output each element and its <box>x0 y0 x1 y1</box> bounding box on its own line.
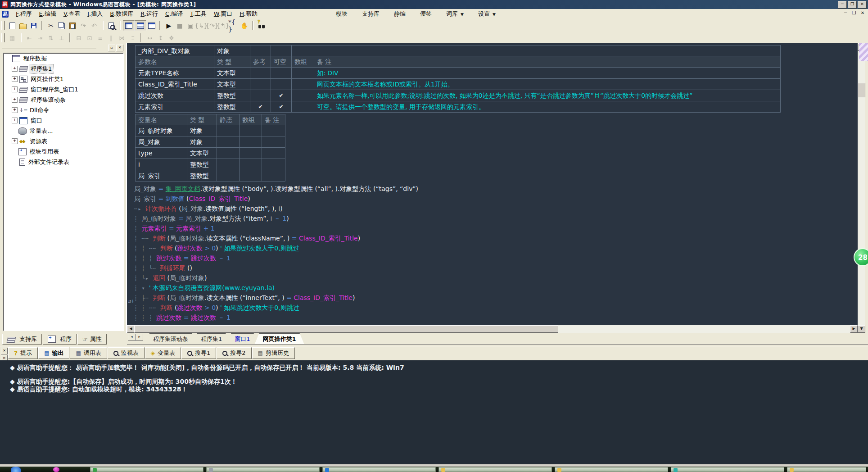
param-row-元素TYPE名称[interactable]: 元素TYPE名称文本型如: DIV <box>135 68 781 79</box>
code-editor[interactable]: _内部_DIV_取对象对象参数名类 型参考可空数组备 注元素TYPE名称文本型如… <box>127 43 858 325</box>
code-line-3[interactable]: ╌▸ 计次循环首 (局_对象.读数值属性 (“length”, ), i) <box>134 204 418 213</box>
var-row-i[interactable]: i整数型 <box>135 159 285 170</box>
redo-button[interactable]: ↷ <box>78 21 89 31</box>
tree-item-窗口程序集_窗口1[interactable]: +窗口程序集_窗口1 <box>4 84 123 95</box>
menu-窗口[interactable]: W.窗口 <box>210 9 236 19</box>
mdi-minimize-button[interactable]: ─ <box>842 10 849 17</box>
taskbar-button-4[interactable] <box>206 467 320 472</box>
doc-tab-窗口1[interactable]: 窗口1 <box>226 333 258 344</box>
menu-查看[interactable]: V.查看 <box>60 9 84 19</box>
menu-工具[interactable]: T.工具 <box>186 9 210 19</box>
taskbar-button-6[interactable] <box>439 467 552 472</box>
plugin-menu-模块[interactable]: 模块 <box>329 9 355 19</box>
layout-left-button[interactable] <box>123 20 135 31</box>
same-size-tool[interactable]: ✥ <box>166 34 177 42</box>
add-right-tool[interactable]: ⇥ <box>35 34 45 42</box>
scroll-right-button[interactable]: ▶ <box>850 325 858 333</box>
output-tab-搜寻1[interactable]: 搜寻1 <box>181 347 216 359</box>
taskbar-button-8[interactable] <box>671 467 784 472</box>
menu-插入[interactable]: I.插入 <box>84 9 106 19</box>
code-line-9[interactable]: ┊ ┊ └╌ 到循环尾 () <box>134 263 418 273</box>
toolbar-grip[interactable] <box>1 21 5 30</box>
tree-item-常量表...[interactable]: 常量表... <box>4 126 123 136</box>
output-tab-搜寻2[interactable]: 搜寻2 <box>217 347 251 359</box>
code-line-10[interactable]: ┊ └▸ 返回 (局_临时对象) <box>134 273 418 283</box>
tree-item-网页操作类1[interactable]: +网页操作类1 <box>4 74 123 84</box>
move-up-tool[interactable]: ⇅ <box>45 34 56 42</box>
taskbar-button-3[interactable] <box>90 467 203 472</box>
param-row-Class_ID_索引_Title[interactable]: Class_ID_索引_Title文本型网页文本框的文本框名称或ID或索引。从1… <box>135 79 781 90</box>
panel-drag-grip[interactable] <box>2 47 96 49</box>
save-button[interactable] <box>28 21 39 31</box>
space-vert-tool[interactable]: Ξ <box>127 34 138 42</box>
windows-taskbar[interactable] <box>0 467 868 472</box>
expander-icon[interactable]: + <box>12 107 18 113</box>
expander-icon[interactable]: + <box>12 86 18 92</box>
menu-帮助[interactable]: H.帮助 <box>236 9 261 19</box>
panel-tab-支持库[interactable]: 支持库 <box>2 334 42 345</box>
form-grid-toggle[interactable]: ▦ <box>7 34 18 42</box>
doc-tab-网页操作类1[interactable]: 网页操作类1 <box>255 333 304 344</box>
taskbar-button-9[interactable] <box>787 467 866 472</box>
var-row-局_对象[interactable]: 局_对象对象 <box>135 136 285 148</box>
panel-tab-程序[interactable]: 程序 <box>43 334 77 345</box>
tab-scroll-right-button[interactable]: ▸ <box>136 334 143 341</box>
open-file-button[interactable] <box>18 21 28 31</box>
toolbar-grip[interactable] <box>1 33 5 42</box>
horizontal-scroll-thumb[interactable] <box>134 325 558 333</box>
menu-编译[interactable]: C.编译 <box>162 9 186 19</box>
copy-button[interactable] <box>56 21 67 31</box>
close-button[interactable]: ✕ <box>858 1 867 9</box>
output-close-button[interactable]: ✕ <box>1 348 8 354</box>
code-line-6[interactable]: ┊ ╌╌ 判断 (局_临时对象.读文本属性 (“className”, ) = … <box>134 233 418 243</box>
expander-icon[interactable]: + <box>12 76 18 82</box>
tree-item-Dll命令[interactable]: +↓≡Dll命令 <box>4 105 123 115</box>
find-button[interactable] <box>106 21 117 31</box>
plugin-menu-支持库[interactable]: 支持库 <box>355 9 387 19</box>
center-vert-tool[interactable]: ⊡ <box>84 34 95 42</box>
layout-grid-button[interactable] <box>146 21 157 31</box>
output-tab-剪辑历史[interactable]: ▤剪辑历史 <box>252 347 295 359</box>
param-row-元素索引[interactable]: 元素索引整数型✔✔可空。请提供一个整数型的变量, 用于存储返回的元素索引。 <box>135 101 781 113</box>
menu-程序[interactable]: F.程序 <box>12 9 36 19</box>
horizontal-scrollbar[interactable]: ◀ ▶ <box>127 325 858 333</box>
align-top-tool[interactable]: ≡ <box>95 34 106 42</box>
start-orb[interactable] <box>11 467 21 472</box>
run-button[interactable]: ▶ <box>163 21 174 31</box>
output-tab-监视表[interactable]: 监视表 <box>108 347 145 359</box>
tree-item-资源表[interactable]: +◆◆资源表 <box>4 136 123 146</box>
restore-button[interactable]: ❐ <box>848 1 857 9</box>
scroll-left-button[interactable]: ◀ <box>127 325 135 333</box>
doc-tab-程序集1[interactable]: 程序集1 <box>193 333 230 344</box>
output-tab-提示[interactable]: ?提示 <box>8 347 38 359</box>
panel-restore-button[interactable]: ▫ <box>108 45 115 51</box>
expander-icon[interactable]: + <box>12 118 18 123</box>
undo-button[interactable]: ↶ <box>89 21 99 31</box>
taskbar-button-7[interactable] <box>555 467 668 472</box>
menu-数据库[interactable]: B.数据库 <box>106 9 137 19</box>
step-out-button[interactable]: {↰} <box>217 21 228 31</box>
expander-icon[interactable]: + <box>12 138 18 144</box>
vertical-scroll-thumb[interactable] <box>858 83 865 97</box>
code-line-4[interactable]: ┊ 局_临时对象 = 局_对象.对象型方法 (“item”, i － 1) <box>134 213 418 223</box>
menu-编辑[interactable]: E.编辑 <box>36 9 60 19</box>
doc-tab-程序集滚动条[interactable]: 程序集滚动条 <box>145 333 196 344</box>
code-line-1[interactable]: 局_对象 = 集_网页文档.读对象型属性 (“body”, ).读对象型属性 (… <box>134 184 418 194</box>
code-line-11[interactable]: ┊ ▾ ' 本源码来自易语言资源网(www.eyuyan.la) <box>134 283 418 293</box>
code-line-5[interactable]: ┊ 元素索引 = 元素索引 + 1 <box>134 223 418 233</box>
plugin-menu-设置[interactable]: 设置▼ <box>471 9 503 19</box>
output-tab-调用表[interactable]: ▦调用表 <box>70 347 107 359</box>
code-line-2[interactable]: 局_索引 = 到数值 (Class_ID_索引_Title) <box>134 194 418 204</box>
minimize-button[interactable]: ─ <box>838 1 847 9</box>
output-tab-输出[interactable]: ▤输出 <box>38 347 69 359</box>
panel-tab-属性[interactable]: ☞属性 <box>77 334 107 345</box>
code-line-13[interactable]: ┊ ┊ ╌╌ 判断 (跳过次数 > 0) ' 如果跳过次数大于0,则跳过 <box>134 303 418 313</box>
move-down-tool[interactable]: ⊥ <box>56 34 67 42</box>
space-horiz-tool[interactable]: ⋈ <box>117 34 127 42</box>
expander-icon[interactable]: + <box>12 66 18 72</box>
mdi-close-button[interactable]: ✕ <box>859 10 866 17</box>
var-row-type[interactable]: type文本型 <box>135 148 285 159</box>
menu-运行[interactable]: R.运行 <box>137 9 162 19</box>
pause-hand-button[interactable]: ✋ <box>239 21 250 31</box>
tab-scroll-left-button[interactable]: ◂ <box>128 334 136 341</box>
